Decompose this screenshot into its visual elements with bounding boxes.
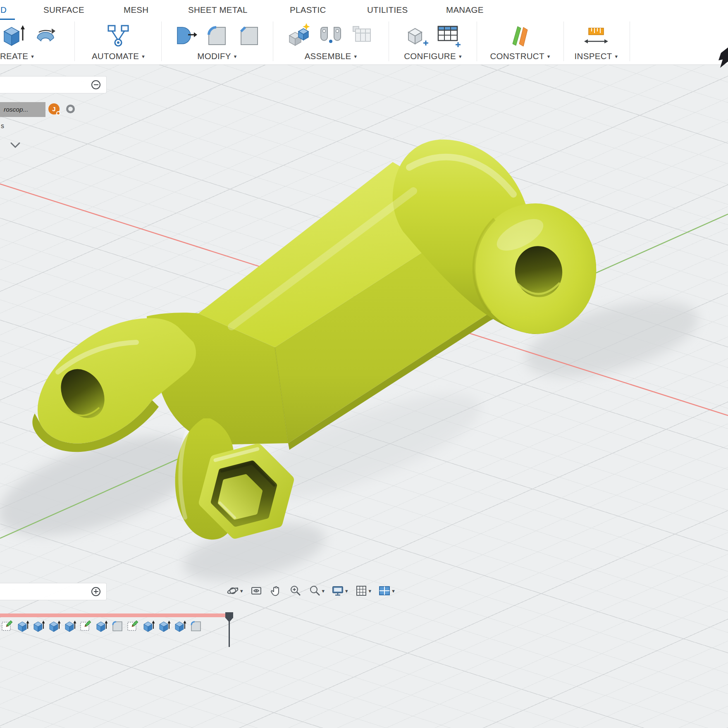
assemble-dropdown[interactable]: ASSEMBLE▾ [274,51,387,61]
configure-dropdown[interactable]: CONFIGURE▾ [390,51,475,61]
playhead-marker-icon [225,612,233,622]
revolve-icon[interactable] [32,22,59,49]
timeline-fillet-icon[interactable] [111,619,124,633]
timeline-extrude-icon[interactable] [17,619,30,633]
dropdown-caret-icon: ▾ [240,588,243,594]
user-badge-status-dot [56,111,60,115]
look-at-button[interactable] [250,585,263,597]
collapse-browser-button[interactable] [91,80,100,89]
create-dropdown[interactable]: REATE▾ [0,51,71,61]
dropdown-caret-icon: ▾ [142,53,145,60]
extrude-icon[interactable] [0,22,26,49]
modify-dropdown[interactable]: MODIFY▾ [163,51,271,61]
configuration-table-icon[interactable] [436,22,462,49]
configuration-icon[interactable] [403,22,430,49]
browser-document-item[interactable]: roscop... [0,102,45,117]
fit-icon [308,585,321,597]
comments-bar [0,583,107,600]
joint-icon[interactable] [317,22,344,49]
ribbon-divider [477,21,477,61]
dropdown-caret-icon: ▾ [234,53,237,60]
ribbon-divider [389,21,389,61]
dropdown-caret-icon: ▾ [392,588,395,594]
tab-plastic[interactable]: PLASTIC [290,0,326,20]
zoom-button[interactable] [289,585,301,597]
browser-partial-row: s [1,122,4,130]
view-navigation-bar: ▾ ▾ [227,581,395,600]
clipped-tool-icon[interactable] [718,43,728,70]
construction-plane-icon[interactable] [507,22,533,49]
timeline-extrude-icon[interactable] [158,619,171,633]
grid-icon [355,585,368,597]
ribbon-group-configure: CONFIGURE▾ [390,20,475,63]
timeline-slider-bar[interactable] [0,613,230,617]
tab-manage[interactable]: MANAGE [446,0,484,20]
timeline-sketch-icon[interactable] [79,619,93,633]
playhead-line [229,621,230,647]
ribbon-group-inspect: INSPECT▾ [565,20,628,63]
ribbon-group-create: REATE▾ [0,20,71,63]
viewports-icon [378,585,391,597]
construct-dropdown[interactable]: CONSTRUCT▾ [478,51,562,61]
inspect-dropdown[interactable]: INSPECT▾ [565,51,628,61]
dropdown-caret-icon: ▾ [322,588,325,594]
measure-icon[interactable] [583,22,609,49]
timeline-fillet-icon[interactable] [189,619,203,633]
tab-utilities[interactable]: UTILITIES [367,0,408,20]
ribbon-divider [273,21,273,61]
dropdown-caret-icon: ▾ [369,588,372,594]
ribbon-group-automate: AUTOMATE▾ [77,20,160,63]
pan-hand-icon [270,585,282,597]
automation-icon[interactable] [105,22,131,49]
motion-link-icon[interactable] [350,22,376,49]
timeline-extrude-icon[interactable] [32,619,45,633]
ribbon-divider [74,21,75,61]
press-pull-icon[interactable] [172,22,198,49]
ribbon-divider [161,21,162,61]
tab-sheet-metal[interactable]: SHEET METAL [188,0,248,20]
dropdown-caret-icon: ▾ [354,53,357,60]
timeline-extrude-icon[interactable] [95,619,108,633]
automate-dropdown[interactable]: AUTOMATE▾ [77,51,160,61]
ribbon-divider [563,21,564,61]
expand-comments-button[interactable] [91,587,100,596]
fit-button[interactable]: ▾ [308,585,325,597]
record-circle-icon[interactable] [66,105,75,113]
dropdown-caret-icon: ▾ [615,53,618,60]
browser-header-bar [0,76,107,93]
timeline-playhead[interactable] [225,612,233,622]
ribbon-group-construct: CONSTRUCT▾ [478,20,562,63]
dropdown-caret-icon: ▾ [31,53,34,60]
timeline-features [1,619,203,633]
timeline-sketch-icon[interactable] [127,619,140,633]
display-settings-button[interactable]: ▾ [332,585,348,597]
dropdown-caret-icon: ▾ [345,588,348,594]
tab-surface[interactable]: SURFACE [43,0,84,20]
display-settings-icon [332,585,344,597]
timeline-extrude-icon[interactable] [142,619,155,633]
ribbon-groups: REATE▾ AUTOMATE▾ [0,20,728,64]
ribbon-toolbar: D SURFACE MESH SHEET METAL PLASTIC UTILI… [0,0,728,65]
chamfer-icon[interactable] [236,22,263,49]
timeline-extrude-icon[interactable] [48,619,61,633]
ribbon-group-modify: MODIFY▾ [163,20,271,63]
chevron-down-icon[interactable] [10,141,21,150]
timeline-sketch-icon[interactable] [1,619,14,633]
timeline-extrude-icon[interactable] [64,619,77,633]
dropdown-caret-icon: ▾ [459,53,462,60]
timeline-extrude-icon[interactable] [174,619,187,633]
tab-solid[interactable]: D [0,0,7,20]
orbit-button[interactable]: ▾ [227,585,243,597]
look-at-icon [250,585,263,597]
tab-mesh[interactable]: MESH [124,0,148,20]
fillet-icon[interactable] [204,22,230,49]
grid-and-snaps-button[interactable]: ▾ [355,585,372,597]
viewports-button[interactable]: ▾ [378,585,395,597]
new-component-icon[interactable] [285,22,312,49]
pan-button[interactable] [270,585,282,597]
fusion-window: D SURFACE MESH SHEET METAL PLASTIC UTILI… [0,0,728,728]
orbit-icon [227,585,239,597]
timeline [0,613,289,667]
ribbon-group-assemble: ASSEMBLE▾ [274,20,387,63]
ribbon-divider [630,21,630,61]
